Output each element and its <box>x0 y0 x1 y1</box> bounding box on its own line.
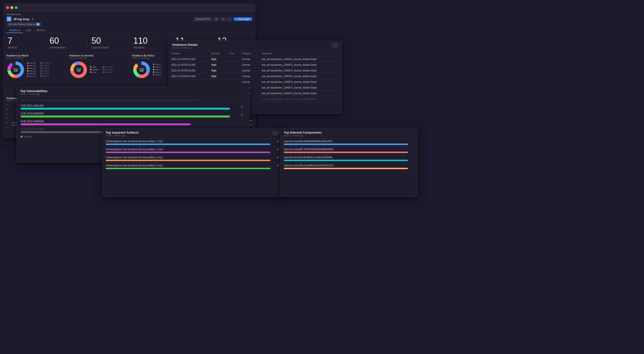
top-infected-components-window: Top Infected Components Since 1 month ag… <box>280 128 418 197</box>
infected-item-4: ["generic://sha256:c91ab95c1be237b532a71… <box>280 163 418 171</box>
stat-violations-number: 110 <box>134 36 168 45</box>
artifact-count-1: 10 <box>276 140 279 143</box>
row-severity: High <box>209 68 227 73</box>
row-signature: test_all-repositories_1345671_license_Ad… <box>259 68 342 73</box>
svg-text:110: 110 <box>14 69 18 72</box>
row-created: 2022-12-14T03:30:49Z <box>169 68 209 73</box>
vuln-value-2: 10 <box>240 113 245 116</box>
window-titlebar <box>4 4 255 11</box>
infected-header: Top Infected Components Since 1 month ag… <box>280 128 418 139</box>
infected-item-3: ["generic://sha256:6fc28e4217a99ec26f268… <box>280 155 418 163</box>
by-policy-legend: ["test_l... ["test_l... ["test_l... ["te… <box>153 63 163 76</box>
artifact-bar-3 <box>106 160 270 161</box>
by-severity-legend: High8072.73 % Medium2018.18 % Low109.09 … <box>90 66 112 74</box>
favorite-icon[interactable]: ★ <box>31 17 34 21</box>
stat-license-number: 50 <box>92 36 126 45</box>
breadcrumb: Dashboards <box>7 13 21 16</box>
row-created: 2022-12-14T03:31:06Z <box>169 62 209 68</box>
row-category: License <box>240 68 259 73</box>
artifact-item-3: ["default/generic-dev-local/test-directo… <box>102 155 282 163</box>
infected-list: ["generic://sha256:a58a63b965d8d14dbce50… <box>280 139 418 171</box>
violations-details-title: Violations Details <box>172 43 198 46</box>
infected-bar-3 <box>284 160 408 161</box>
stat-vulnerabilities: 60 Vulnerabilities <box>46 33 88 52</box>
infected-title: Top Infected Components <box>284 131 322 134</box>
partner-name: MI Labs Partner Systems <box>9 23 36 26</box>
vuln-placeholder <box>21 99 245 101</box>
row-signature: test_all-repositories_1345671_license_Ad… <box>259 73 342 79</box>
stat-license-label: License Issues <box>92 46 126 49</box>
app-logo: X <box>7 16 12 21</box>
vuln-cve-3: CVE-2018-2000568 <box>21 120 239 123</box>
settings-icon-button[interactable]: ⚙ <box>214 17 219 21</box>
row-category: License <box>240 73 259 79</box>
vuln-menu[interactable]: ··· <box>243 89 246 93</box>
col-severity: Severity <box>209 51 227 56</box>
artifact-path-2: ["default/generic-dev-local/test-directo… <box>106 148 163 151</box>
col-signature: Signature <box>259 51 342 56</box>
artifacts-menu[interactable]: ··· <box>272 131 279 135</box>
chart-policy-title: Violations By Policy <box>132 54 154 57</box>
partner-badge: MI Labs Partner Systems 8 <box>7 22 42 26</box>
infected-bar-4 <box>284 168 408 169</box>
row-cve <box>227 73 240 79</box>
by-severity-donut-chart: Counts 110 <box>69 60 88 79</box>
table-row: License test_all-repositories_1345671_li… <box>169 79 342 85</box>
chart-severity-menu[interactable]: ··· <box>124 54 127 58</box>
row-cve <box>227 79 240 85</box>
vuln-bar-2 <box>21 116 230 117</box>
stat-watches-number: 7 <box>8 36 42 45</box>
row-created: 2022-12-14T03:31:01Z <box>169 56 209 62</box>
artifacts-list: ["default/generic-dev-local/test-directo… <box>102 139 282 171</box>
row-cve <box>227 56 240 62</box>
stat-violations-label: Violations <box>134 46 168 49</box>
stat-vuln-label: Vulnerabilities <box>50 46 84 49</box>
vuln-subtitle: Since 1 month ago <box>20 93 48 95</box>
artifact-bar-2 <box>106 152 270 153</box>
row-severity <box>209 79 227 85</box>
row-signature: test_all-repositories_1345671_license_Ad… <box>259 79 342 85</box>
partner-count: 8 <box>36 23 40 26</box>
row-signature: test_all-repositories_1345671_license_Ad… <box>259 62 342 68</box>
tab-violations[interactable]: Violations <box>7 28 23 33</box>
stat-vuln-number: 60 <box>50 36 84 45</box>
maximize-button[interactable] <box>15 6 18 9</box>
table-row: 2022-12-14T03:31:04Z High License test_a… <box>169 73 342 79</box>
edit-icon-button[interactable]: ✏ <box>220 17 226 21</box>
violations-details-header: Violations Details Since 1 month ago ··· <box>169 40 342 51</box>
add-widget-button[interactable]: + Add widget <box>234 17 252 21</box>
violations-details-menu[interactable]: ··· <box>332 43 338 48</box>
chart-by-watch-menu[interactable]: ··· <box>62 54 64 58</box>
row-signature: test_all-repositories_1345671_license_Ad… <box>259 96 342 102</box>
tab-metrics[interactable]: Metrics <box>34 28 47 33</box>
by-policy-donut-chart: Counts 110 <box>132 60 151 79</box>
infected-path-4: ["generic://sha256:c91ab95c1be237b532a71… <box>284 164 414 167</box>
more-options-button[interactable]: ··· <box>227 17 232 21</box>
row-severity: High <box>209 62 227 68</box>
vuln-bar-1 <box>21 108 230 110</box>
col-category: Category <box>240 51 259 56</box>
vuln-item-1: CVE-2021-2001325 10 <box>21 104 245 110</box>
table-row: 2022-12-14T03:31:01Z High License test_a… <box>169 56 342 62</box>
by-severity-donut-area: Counts 110 High8072.73 % Medium2018.18 %… <box>69 60 127 79</box>
artifact-item-1: ["default/generic-dev-local/test-directo… <box>102 139 282 147</box>
row-signature: test_all-repositories_1345671_license_Ad… <box>259 85 342 91</box>
infected-path-3: ["generic://sha256:6fc28e4217a99ec26f268… <box>284 156 414 159</box>
minimize-button[interactable] <box>10 6 13 9</box>
top-impacted-artifacts-window: Top Impacted Artifacts Since 1 month ago… <box>102 128 282 197</box>
tab-logs[interactable]: Logs <box>23 28 34 33</box>
vuln-bar-3 <box>21 123 191 125</box>
vuln-cve-2: CVE-2019-2005843 <box>21 112 239 115</box>
close-button[interactable] <box>6 6 9 9</box>
default-pst-button[interactable]: Default (PST) <box>194 17 212 21</box>
row-category: License <box>240 56 259 62</box>
row-signature: test_all-repositories_1345671_license_Ad… <box>259 56 342 62</box>
chart-severity-subtitle: Since 1 month ago <box>69 57 94 59</box>
artifacts-header: Top Impacted Artifacts Since 1 month ago… <box>102 128 282 139</box>
infected-bar-2 <box>284 152 408 153</box>
row-category: License <box>240 62 259 68</box>
row-severity: High <box>209 73 227 79</box>
artifact-bar-4 <box>106 168 270 169</box>
chart-by-watch-title: Violations by Watch <box>6 54 28 57</box>
infected-item-1: ["generic://sha256:a58a63b965d8d14dbce50… <box>280 139 418 147</box>
